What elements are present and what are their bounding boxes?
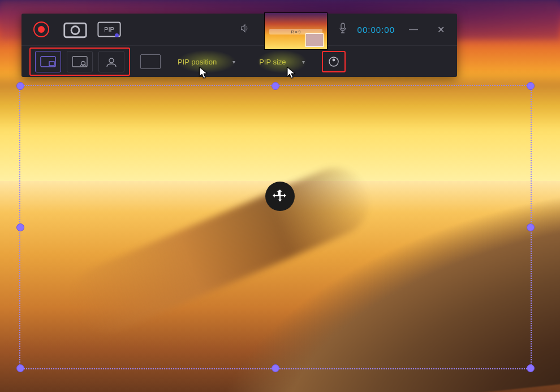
chevron-down-icon: ▾ <box>232 59 235 65</box>
move-region-handle[interactable] <box>265 182 295 211</box>
svg-rect-5 <box>49 62 54 66</box>
mode-camera-only-button[interactable] <box>98 51 124 72</box>
screenshot-button[interactable] <box>63 19 87 40</box>
pip-button[interactable]: PIP <box>97 19 121 40</box>
mode-screen-and-camera-button[interactable] <box>67 51 93 72</box>
pip-preview-thumbnail[interactable]: R = 9 <box>264 12 328 50</box>
svg-point-10 <box>332 59 335 62</box>
pip-position-label: PIP position <box>178 58 217 66</box>
recorder-toolbar: PIP 00:00:00 — ✕ <box>21 14 457 77</box>
chevron-down-icon: ▾ <box>302 59 305 65</box>
pip-position-dropdown[interactable]: PIP position ▾ <box>171 52 242 71</box>
resize-handle-top-left[interactable] <box>16 82 24 90</box>
resize-handle-bottom-left[interactable] <box>16 364 24 372</box>
svg-point-1 <box>71 27 79 35</box>
resize-handle-bottom-middle[interactable] <box>272 364 279 372</box>
svg-point-9 <box>329 57 338 66</box>
mode-screen-only-button[interactable] <box>35 51 61 72</box>
aspect-ratio-button[interactable] <box>140 54 161 69</box>
pip-badge-label: PIP <box>104 26 114 33</box>
resize-handle-middle-right[interactable] <box>527 223 535 231</box>
close-button[interactable]: ✕ <box>432 24 449 35</box>
pip-size-label: PIP size <box>259 58 286 66</box>
svg-rect-0 <box>64 24 87 38</box>
resize-handle-top-right[interactable] <box>527 82 535 90</box>
pip-size-dropdown[interactable]: PIP size ▾ <box>252 52 311 71</box>
timer-display: 00:00:00 <box>357 25 395 35</box>
webcam-toggle-highlight <box>322 51 346 72</box>
svg-point-8 <box>109 58 114 63</box>
move-icon <box>272 188 288 204</box>
resize-handle-top-middle[interactable] <box>272 82 279 90</box>
svg-rect-3 <box>341 23 344 29</box>
resize-handle-bottom-right[interactable] <box>527 364 535 372</box>
pip-layout-modes <box>29 48 130 76</box>
webcam-toggle-button[interactable] <box>324 53 343 70</box>
preview-overlay-text: R = 9 <box>291 30 301 34</box>
svg-rect-6 <box>72 57 87 67</box>
minimize-button[interactable]: — <box>405 24 422 35</box>
microphone-icon[interactable] <box>338 23 347 36</box>
resize-handle-middle-left[interactable] <box>16 223 24 231</box>
record-button[interactable] <box>29 19 53 40</box>
speaker-icon[interactable] <box>240 23 250 36</box>
